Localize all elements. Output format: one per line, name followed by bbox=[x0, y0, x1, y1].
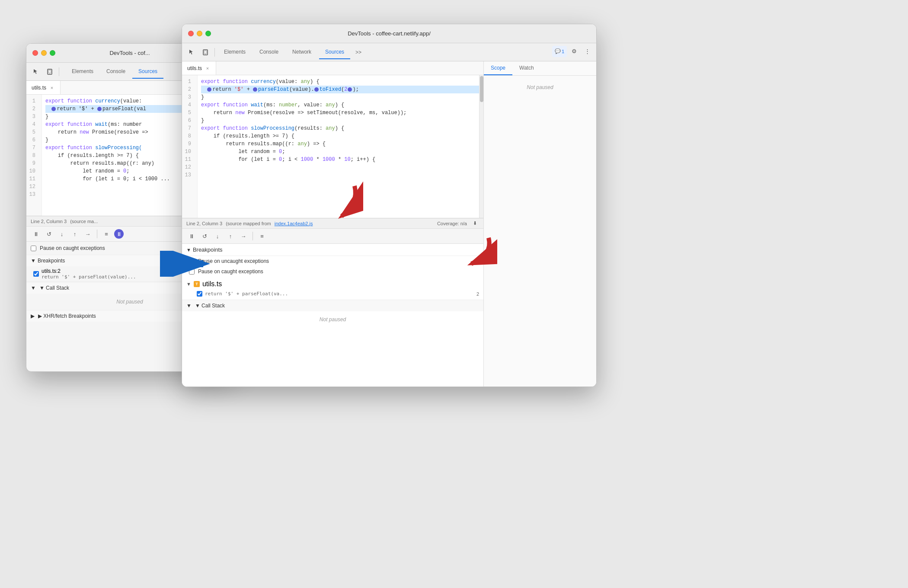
bg-maximize-btn[interactable] bbox=[50, 50, 55, 56]
fg-scope-panel: Scope Watch Not paused bbox=[484, 61, 596, 387]
fg-toolbar-sep bbox=[214, 48, 215, 57]
fg-deactivate-btn[interactable]: ≡ bbox=[257, 231, 267, 241]
fg-coverage-btn[interactable]: ⬇ bbox=[470, 219, 479, 228]
bg-step-out-btn[interactable]: → bbox=[83, 229, 93, 239]
fg-breakpoints-section-header[interactable]: ▼ Breakpoints bbox=[182, 244, 483, 256]
bg-bp-checkbox[interactable] bbox=[33, 271, 39, 277]
red-arrow-1 bbox=[320, 182, 363, 225]
bg-file-tab-close[interactable]: × bbox=[49, 85, 55, 91]
fg-status-link[interactable]: index.1ac4eab2.js bbox=[275, 221, 313, 226]
fg-call-stack-label: ▼ Call Stack bbox=[195, 303, 225, 309]
fg-title-bar: DevTools - coffee-cart.netlify.app/ bbox=[182, 24, 596, 43]
fg-resume-btn[interactable]: ↺ bbox=[199, 231, 210, 241]
fg-scrollbar-thumb[interactable] bbox=[480, 76, 483, 102]
fg-devtools-toolbar: Elements Console Network Sources >> 💬1 ⚙… bbox=[182, 43, 596, 61]
fg-code-line-6: return new Promise(resolve => setTimeout… bbox=[201, 109, 479, 117]
red-arrow-2 bbox=[454, 233, 497, 272]
fg-tab-network[interactable]: Network bbox=[286, 45, 317, 59]
bg-resume-btn[interactable]: ↺ bbox=[44, 229, 54, 239]
fg-main-area: utils.ts × 1 2 3 4 5 6 7 8 9 bbox=[182, 61, 596, 387]
fg-file-tab-close[interactable]: × bbox=[205, 65, 211, 71]
fg-step-into-btn[interactable]: ↑ bbox=[225, 231, 236, 241]
bg-close-btn[interactable] bbox=[32, 50, 38, 56]
fg-traffic-lights bbox=[188, 31, 211, 36]
fg-code-line-5: export function wait(ms: number, value: … bbox=[201, 101, 479, 109]
bg-breakpoints-arrow: ▼ bbox=[31, 258, 36, 264]
svg-rect-1 bbox=[48, 70, 51, 73]
fg-tab-elements[interactable]: Elements bbox=[218, 45, 252, 59]
bg-bp-content: utils.ts:2 return '$' + parseFloat(value… bbox=[42, 268, 136, 280]
fg-pause-caught-row: Pause on caught exceptions bbox=[182, 266, 483, 277]
fg-pause-uncaught-row: Pause on uncaught exceptions bbox=[182, 256, 483, 266]
bg-file-tab-utils[interactable]: utils.ts × bbox=[26, 81, 61, 94]
bg-deactivate-btn[interactable]: ≡ bbox=[101, 229, 112, 239]
fg-bp-file-header[interactable]: ▼ T utils.ts bbox=[186, 278, 479, 290]
bg-step-into-btn[interactable]: ↑ bbox=[70, 229, 80, 239]
bg-bp-line: return '$' + parseFloat(value)... bbox=[42, 274, 136, 280]
bg-tab-elements[interactable]: Elements bbox=[66, 65, 99, 79]
fg-call-stack-header[interactable]: ▼ ▼ Call Stack bbox=[182, 300, 483, 311]
fg-settings-btn[interactable]: ⚙ bbox=[569, 46, 580, 57]
fg-tab-sources[interactable]: Sources bbox=[319, 45, 350, 59]
bg-xhr-arrow: ▶ bbox=[31, 313, 35, 319]
fg-minimize-btn[interactable] bbox=[197, 31, 202, 36]
fg-window-title: DevTools - coffee-cart.netlify.app/ bbox=[348, 30, 431, 37]
fg-step-out-btn[interactable]: → bbox=[238, 231, 249, 241]
devtools-fg-window: DevTools - coffee-cart.netlify.app/ Elem… bbox=[182, 24, 597, 387]
fg-bp-line-item: return '$' + parseFloat(va... 2 bbox=[186, 290, 479, 298]
bg-device-btn[interactable] bbox=[44, 66, 56, 78]
bg-status-position: Line 2, Column 3 bbox=[31, 219, 67, 224]
fg-bp-file-icon: T bbox=[194, 281, 200, 287]
fg-scrollbar[interactable] bbox=[479, 75, 483, 218]
bg-file-tab-name: utils.ts bbox=[32, 85, 46, 91]
fg-tab-console[interactable]: Console bbox=[253, 45, 285, 59]
fg-inspect-btn[interactable] bbox=[185, 46, 198, 58]
bg-minimize-btn[interactable] bbox=[41, 50, 47, 56]
fg-code-line-1: export function currency(value: any) { bbox=[201, 78, 479, 86]
fg-chat-btn[interactable]: 💬1 bbox=[552, 46, 567, 57]
bg-status-source: (source ma... bbox=[70, 219, 98, 224]
fg-not-paused: Not paused bbox=[182, 311, 483, 328]
fg-file-tab-name: utils.ts bbox=[187, 65, 202, 71]
fg-pause-btn[interactable]: ⏸ bbox=[186, 231, 197, 241]
fg-line-numbers: 1 2 3 4 5 6 7 8 9 10 11 12 13 bbox=[182, 75, 198, 218]
fg-status-source: (source mapped from bbox=[226, 221, 271, 226]
fg-code-line-3: } bbox=[201, 93, 479, 101]
bg-bp-filename: utils.ts:2 bbox=[42, 268, 136, 274]
bg-pause-btn[interactable]: ⏸ bbox=[31, 229, 41, 239]
fg-more-btn[interactable]: ⋮ bbox=[582, 46, 593, 57]
fg-bp-line-checkbox[interactable] bbox=[197, 291, 202, 297]
fg-bp-file-section: ▼ T utils.ts return '$' + parseFloat(va.… bbox=[182, 277, 483, 300]
fg-code-line-10: if (results.length >= 7) { bbox=[201, 132, 479, 140]
fg-maximize-btn[interactable] bbox=[205, 31, 211, 36]
fg-bp-filename: utils.ts bbox=[202, 280, 222, 288]
fg-close-btn[interactable] bbox=[188, 31, 194, 36]
bg-line-numbers: 1 2 3 4 5 6 7 8 9 10 11 12 13 bbox=[26, 95, 42, 216]
bg-window-title: DevTools - cof... bbox=[109, 50, 150, 56]
fg-code-line-7: } bbox=[201, 117, 479, 125]
bg-tab-sources[interactable]: Sources bbox=[132, 65, 163, 79]
fg-step-over-btn[interactable]: ↓ bbox=[212, 231, 223, 241]
fg-device-btn[interactable] bbox=[199, 46, 211, 58]
fg-file-tab-utils[interactable]: utils.ts × bbox=[182, 61, 216, 75]
bg-tab-console[interactable]: Console bbox=[100, 65, 131, 79]
bg-inspect-btn[interactable] bbox=[30, 66, 42, 78]
bg-pause-active-btn[interactable]: ⏸ bbox=[114, 229, 124, 239]
bg-xhr-label: ▶ XHR/fetch Breakpoints bbox=[38, 313, 96, 319]
svg-point-5 bbox=[205, 54, 206, 54]
bg-call-stack-arrow: ▼ bbox=[31, 285, 36, 291]
bg-breakpoints-label: Breakpoints bbox=[38, 258, 65, 264]
blue-arrow bbox=[160, 251, 212, 277]
fg-file-tabs: utils.ts × bbox=[182, 61, 483, 75]
fg-code-line-13: for (let i = 0; i < 1000 * 1000 * 10; i+… bbox=[201, 156, 479, 163]
fg-code-line-12: let random = 0; bbox=[201, 148, 479, 156]
fg-breakpoints-panel: ▼ Breakpoints Pause on uncaught exceptio… bbox=[182, 244, 483, 387]
fg-bp-line-num: 2 bbox=[476, 291, 479, 297]
fg-call-stack-arrow: ▼ bbox=[186, 303, 192, 309]
bg-traffic-lights bbox=[32, 50, 55, 56]
fg-tab-more[interactable]: >> bbox=[352, 47, 365, 58]
fg-watch-tab[interactable]: Watch bbox=[512, 61, 541, 75]
fg-scope-tab[interactable]: Scope bbox=[484, 61, 512, 75]
bg-pause-exceptions-checkbox[interactable] bbox=[31, 246, 36, 251]
bg-step-over-btn[interactable]: ↓ bbox=[57, 229, 67, 239]
